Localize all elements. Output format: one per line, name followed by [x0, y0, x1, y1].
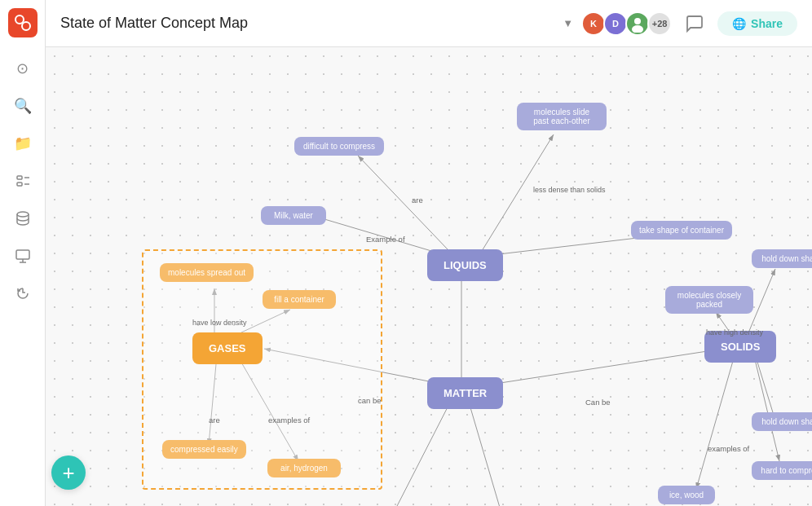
svg-line-18 [482, 134, 554, 251]
document-title[interactable]: State of Matter Concept Map [60, 15, 551, 32]
title-dropdown-arrow[interactable]: ▼ [563, 17, 573, 29]
edge-label-are: are [412, 196, 423, 205]
search-icon[interactable]: 🔍 [11, 95, 34, 117]
node-air-hydrogen[interactable]: air, hydrogen [267, 459, 341, 477]
node-liquids[interactable]: LIQUIDS [427, 249, 503, 281]
sidebar: ⊙ 🔍 📁 [0, 0, 46, 506]
svg-point-1 [22, 22, 30, 30]
add-button[interactable]: + [51, 455, 86, 490]
folder-icon[interactable]: 📁 [11, 132, 34, 155]
node-compressed-easily[interactable]: compressed easily [162, 440, 246, 459]
node-solids[interactable]: SOLIDS [704, 331, 776, 363]
node-difficult-compress[interactable]: difficult to compress [294, 137, 384, 156]
node-molecules-slide[interactable]: molecules slide past each-other [517, 103, 607, 130]
svg-line-19 [358, 156, 448, 249]
compass-icon[interactable]: ⊙ [11, 57, 34, 80]
svg-point-11 [632, 25, 643, 33]
main-area: State of Matter Concept Map ▼ K D +28 🌐 … [46, 0, 812, 506]
node-hard-compress[interactable]: hard to compress [752, 461, 812, 480]
presentation-icon[interactable] [11, 244, 34, 267]
svg-rect-7 [16, 250, 29, 259]
svg-rect-3 [17, 183, 22, 186]
svg-point-10 [634, 18, 641, 24]
svg-line-26 [696, 355, 735, 489]
node-ice-wood[interactable]: ice, wood [658, 486, 715, 504]
svg-line-15 [484, 350, 713, 385]
node-milk-water[interactable]: Milk, water [261, 206, 326, 225]
svg-line-17 [468, 399, 502, 506]
svg-point-0 [15, 15, 24, 24]
svg-line-16 [396, 399, 452, 506]
app-logo[interactable] [8, 8, 38, 37]
node-molecules-closely[interactable]: molecules closely packed [665, 286, 753, 314]
node-fill-container[interactable]: fill a container [263, 290, 336, 309]
canvas[interactable]: MATTER LIQUIDS GASES SOLIDS molecules sl… [46, 47, 812, 506]
edge-label-can-be-right: Can be [585, 398, 611, 407]
avatar-count[interactable]: +28 [647, 11, 672, 36]
globe-icon: 🌐 [732, 17, 746, 30]
node-take-shape[interactable]: take shape of container [631, 221, 732, 240]
node-hold-down-shape[interactable]: hold down shape [752, 412, 812, 431]
database-icon[interactable] [11, 207, 34, 230]
history-icon[interactable] [11, 282, 34, 305]
avatar-group: K D +28 [581, 11, 672, 36]
topbar: State of Matter Concept Map ▼ K D +28 🌐 … [46, 0, 812, 47]
chat-icon[interactable] [680, 9, 709, 38]
plus-icon: + [62, 462, 74, 483]
svg-rect-2 [17, 176, 22, 179]
node-molecules-spread[interactable]: molecules spread out [160, 263, 254, 282]
share-label: Share [751, 17, 783, 30]
avatar-d[interactable]: D [603, 11, 628, 36]
share-button[interactable]: 🌐 Share [717, 11, 797, 36]
svg-point-6 [17, 212, 29, 217]
avatar-k[interactable]: K [581, 11, 606, 36]
edge-label-examples-of-right: examples of [708, 444, 749, 453]
node-hold-down-top[interactable]: hold down shape [752, 249, 812, 268]
edge-label-example-of: Example of [366, 235, 405, 244]
avatar-photo[interactable] [625, 11, 650, 36]
svg-line-22 [716, 312, 729, 331]
node-gases[interactable]: GASES [192, 332, 263, 364]
node-matter[interactable]: MATTER [427, 377, 503, 409]
list-icon[interactable] [11, 169, 34, 192]
edge-label-less-dense: less dense than solids [533, 186, 606, 194]
svg-line-25 [753, 353, 779, 461]
